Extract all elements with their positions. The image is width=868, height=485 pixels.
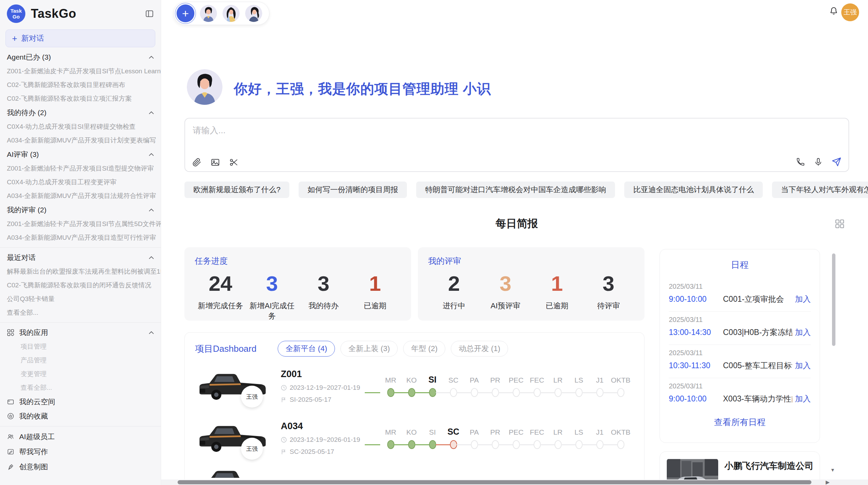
my-apps-child-item[interactable]: 产品管理 xyxy=(0,353,161,367)
suggestion-chip[interactable]: 比亚迪全固态电池计划具体说了什么 xyxy=(624,182,763,198)
sidebar-item-cloud-space[interactable]: 我的云空间 xyxy=(0,395,161,409)
recent-chat-item[interactable]: 解释最新出台的欧盟报废车法规再生塑料比例被调至15%... xyxy=(0,265,161,278)
sidebar-task-item[interactable]: C0X4-动力总成开发项目工程变更评审 xyxy=(0,175,161,189)
help-write-label: 帮我写作 xyxy=(19,447,48,457)
greeting-text: 你好，王强，我是你的项目管理助理 小识 xyxy=(234,79,491,98)
milestone-connector xyxy=(540,444,555,445)
milestone-label: KO xyxy=(401,375,422,386)
dashboard-tabs: 全新平台 (4)全新上装 (3)年型 (2)动总开发 (1) xyxy=(278,341,508,357)
sidebar-section-header[interactable]: 我的评审 (2) xyxy=(0,203,161,217)
sidebar-item-creative-draw[interactable]: 创意制图 xyxy=(0,459,161,474)
phone-icon[interactable] xyxy=(796,157,805,167)
layout-grid-icon[interactable] xyxy=(835,219,844,228)
paperclip-icon[interactable] xyxy=(192,158,202,167)
stat-cell: 2进行中 xyxy=(428,272,480,311)
member-avatar[interactable] xyxy=(200,5,217,22)
project-thumbnail: 王强 xyxy=(195,421,277,455)
milestone-dot xyxy=(617,440,624,449)
project-row[interactable]: 王强A0342023-12-19~2026-01-19SC-2025-05-17… xyxy=(195,415,634,461)
scroll-right-arrow[interactable]: ▶ xyxy=(825,480,830,485)
sidebar-section-header[interactable]: Agent已办 (3) xyxy=(0,50,161,64)
milestone-label: FEC xyxy=(527,375,547,386)
send-icon[interactable] xyxy=(831,157,842,167)
milestone-dots xyxy=(365,439,634,450)
stat-cell: 24新增完成任务 xyxy=(195,272,246,321)
schedule-list: 2025/03/119:00-10:00C001-立项审批会加入2025/03/… xyxy=(669,278,811,411)
milestone-connector xyxy=(457,392,471,393)
sidebar-task-item[interactable]: A034-全新新能源MUV产品开发项目计划变更表编写 xyxy=(0,134,161,147)
suggestion-chip[interactable]: 特朗普可能对进口汽车增税会对中国车企造成哪些影响 xyxy=(416,182,615,198)
sidebar-task-item[interactable]: A034-全新新能源MUV产品开发项目法规符合性评审 xyxy=(0,189,161,203)
new-chat-button[interactable]: + 新对话 xyxy=(5,29,155,47)
stat-label: AI预评审 xyxy=(480,301,531,311)
recent-chat-item[interactable]: C02-飞腾新能源轻客改款项目的闭环通告反馈情况 xyxy=(0,278,161,292)
sidebar-item-my-apps[interactable]: 我的应用 xyxy=(0,325,161,340)
image-icon[interactable] xyxy=(210,158,220,167)
horizontal-scrollbar-thumb[interactable] xyxy=(178,480,811,484)
scroll-down-arrow[interactable]: ▼ xyxy=(830,467,835,473)
sidebar-task-item[interactable]: C0X4-动力总成开发项目SI里程碑提交物检查 xyxy=(0,120,161,134)
my-apps-child-item[interactable]: 项目管理 xyxy=(0,340,161,353)
view-all-chats-link[interactable]: 查看全部... xyxy=(0,306,161,320)
schedule-item: 2025/03/119:00-10:00X003-车辆动力学性能验...加入 xyxy=(669,378,811,411)
milestone-dot xyxy=(408,440,415,449)
sidebar-task-item[interactable]: C02-飞腾新能源轻客改款项目立项汇报方案 xyxy=(0,92,161,105)
add-member-button[interactable]: + xyxy=(177,4,194,22)
sidebar-task-item[interactable]: C02-飞腾新能源轻客改款项目里程碑画布 xyxy=(0,78,161,92)
recent-chats-header[interactable]: 最近对话 xyxy=(0,250,161,265)
app-title: TaskGo xyxy=(31,7,76,21)
divider xyxy=(0,426,161,426)
recent-chat-item[interactable]: 公司Q3轻卡销量 xyxy=(0,292,161,306)
my-apps-child-item[interactable]: 变更管理 xyxy=(0,367,161,381)
join-link[interactable]: 加入 xyxy=(795,394,811,404)
milestone-dot xyxy=(554,440,562,449)
project-row[interactable]: 王强Z0012023-12-19~2027-01-19SI-2025-05-17… xyxy=(195,363,634,409)
sidebar-item-favorites[interactable]: 我的收藏 xyxy=(0,409,161,423)
dashboard-tab[interactable]: 全新上装 (3) xyxy=(340,341,398,357)
suggestion-chip[interactable]: 当下年轻人对汽车外观有怎样的喜好趋势 xyxy=(772,182,868,198)
suggestion-chip[interactable]: 如何写一份清晰的项目周报 xyxy=(299,182,407,198)
join-link[interactable]: 加入 xyxy=(795,294,811,304)
schedule-time: 10:30-11:30 xyxy=(669,361,723,370)
scissors-icon[interactable] xyxy=(229,158,239,167)
stats-grid: 24新增完成任务3新增AI完成任务3我的待办1已逾期 xyxy=(195,272,401,321)
view-all-apps-link[interactable]: 查看全部... xyxy=(0,381,161,395)
dashboard-header: 项目Dashboard 全新平台 (4)全新上装 (3)年型 (2)动总开发 (… xyxy=(195,341,634,357)
view-all-schedule-link[interactable]: 查看所有日程 xyxy=(669,416,811,428)
sidebar-task-item[interactable]: Z001-全新燃油轻卡产品开发项目SI节点属性5D文件评审 xyxy=(0,217,161,231)
milestone-connector xyxy=(603,444,617,445)
milestone-label: FEC xyxy=(527,427,547,438)
join-link[interactable]: 加入 xyxy=(795,327,811,338)
project-flag: SI-2025-05-17 xyxy=(281,396,365,403)
sidebar-section-header[interactable]: AI评审 (3) xyxy=(0,147,161,162)
microphone-icon[interactable] xyxy=(813,157,823,167)
milestone-label: PR xyxy=(485,375,506,386)
dashboard-tab[interactable]: 全新平台 (4) xyxy=(278,341,335,357)
dashboard-tab[interactable]: 动总开发 (1) xyxy=(451,341,508,357)
chevron-up-icon xyxy=(149,256,154,259)
milestone-connector xyxy=(582,392,596,393)
schedule-row: 9:00-10:00X003-车辆动力学性能验...加入 xyxy=(669,394,811,404)
chat-input[interactable] xyxy=(192,124,776,149)
suggestion-chip[interactable]: 欧洲新规最近颁布了什么? xyxy=(184,182,289,198)
sidebar-item-help-write[interactable]: 帮我写作 xyxy=(0,444,161,459)
join-link[interactable]: 加入 xyxy=(795,360,811,371)
stat-label: 我的待办 xyxy=(298,301,349,311)
sidebar-collapse-icon[interactable] xyxy=(145,9,154,18)
user-avatar[interactable]: 王强 xyxy=(841,3,859,21)
divider xyxy=(0,322,161,323)
sidebar-item-ai-staff[interactable]: AI超级员工 xyxy=(0,429,161,444)
project-name: Z001 xyxy=(281,369,365,380)
milestone-dot xyxy=(533,388,541,397)
vertical-scrollbar-thumb[interactable] xyxy=(832,253,835,346)
sidebar-task-item[interactable]: Z001-全新燃油轻卡产品开发项目SI造型提交物评审 xyxy=(0,162,161,175)
sidebar-section-header[interactable]: 我的待办 (2) xyxy=(0,105,161,120)
member-avatar[interactable] xyxy=(245,5,262,22)
member-avatar[interactable] xyxy=(222,5,240,22)
stat-value: 3 xyxy=(583,272,634,295)
dashboard-tab[interactable]: 年型 (2) xyxy=(403,341,445,357)
sidebar-task-item[interactable]: A034-全新新能源MUV产品开发项目造型可行性评审 xyxy=(0,231,161,245)
sidebar-task-item[interactable]: Z001-全新燃油皮卡产品开发项目SI节点Lesson Learn报告 xyxy=(0,64,161,78)
notification-bell-icon[interactable] xyxy=(829,6,839,16)
logo-text-top: Task xyxy=(10,8,22,14)
